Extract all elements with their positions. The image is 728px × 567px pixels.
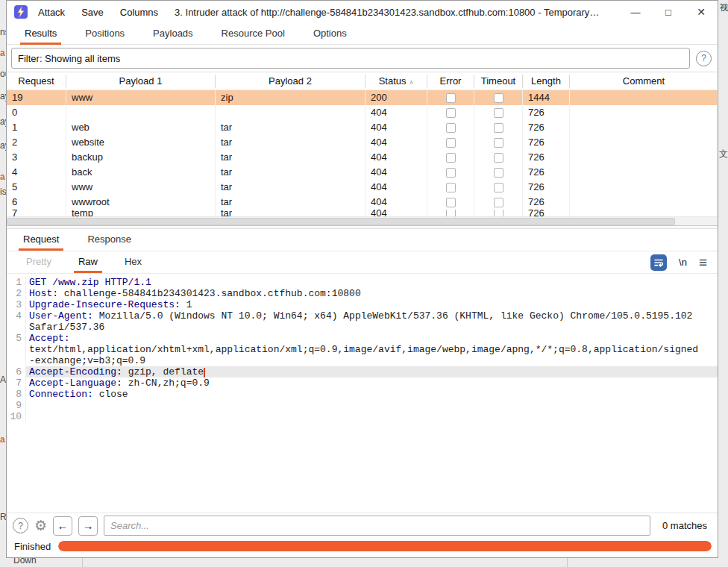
table-row[interactable]: 5wwwtar404726 <box>7 180 718 195</box>
error-checkbox-cell <box>427 165 474 180</box>
cell-comment <box>570 105 718 120</box>
cell-length: 726 <box>523 135 570 150</box>
burp-attack-icon <box>14 5 28 19</box>
cell-payload1: back <box>66 165 216 180</box>
header-value: GET /www.zip HTTP/1.1 <box>29 277 151 288</box>
table-row[interactable]: 4backtar404726 <box>7 165 718 180</box>
error-checkbox[interactable] <box>446 210 456 216</box>
error-checkbox[interactable] <box>446 123 456 133</box>
table-header: Request Payload 1 Payload 2 Status∧ Erro… <box>7 72 718 90</box>
previous-match-button[interactable]: ← <box>53 516 72 536</box>
cell-request: 2 <box>7 135 66 150</box>
table-row[interactable]: 7temptar404726 <box>7 210 718 216</box>
table-row[interactable]: 6wwwroottar404726 <box>7 195 718 210</box>
timeout-checkbox[interactable] <box>494 138 503 148</box>
timeout-checkbox[interactable] <box>494 108 503 118</box>
tab-raw[interactable]: Raw <box>77 251 99 273</box>
next-match-button[interactable]: → <box>78 516 98 536</box>
column-header-timeout[interactable]: Timeout <box>474 75 523 88</box>
newline-toggle[interactable]: \n <box>679 257 687 268</box>
desktop: nsaouayayayaisAcaRDown视文 Attack Save Col… <box>0 0 728 567</box>
background-text-fragment: a <box>0 48 5 58</box>
timeout-checkbox[interactable] <box>494 183 503 192</box>
status-label: Status <box>379 75 407 87</box>
tab-request[interactable]: Request <box>22 229 60 251</box>
table-row[interactable]: 1webtar404726 <box>7 120 718 135</box>
column-header-length[interactable]: Length <box>523 75 570 88</box>
scrollbar-thumb[interactable] <box>7 218 675 225</box>
search-bar: ? ⚙ ← → 0 matches <box>7 513 718 538</box>
code-line-text <box>29 400 699 411</box>
table-row[interactable]: 3backuptar404726 <box>7 150 718 165</box>
cell-comment <box>570 195 718 210</box>
timeout-checkbox[interactable] <box>494 198 503 207</box>
word-wrap-icon[interactable] <box>650 254 667 271</box>
line-number: 5 <box>7 333 26 366</box>
filter-bar[interactable]: Filter: Showing all items <box>11 48 690 69</box>
cell-payload2: tar <box>216 195 365 210</box>
menu-attack[interactable]: Attack <box>38 7 65 18</box>
code-line: 1GET /www.zip HTTP/1.1 <box>7 277 718 288</box>
tab-hex[interactable]: Hex <box>123 251 143 273</box>
editor-menu-icon[interactable]: ≡ <box>699 255 707 269</box>
line-number: 1 <box>7 277 26 288</box>
header-value: Mozilla/5.0 (Windows NT 10.0; Win64; x64… <box>29 310 698 333</box>
code-line-body: Upgrade-Insecure-Requests: 1 <box>26 299 718 310</box>
error-checkbox[interactable] <box>446 198 456 207</box>
column-header-error[interactable]: Error <box>427 75 474 88</box>
maximize-button[interactable]: □ <box>652 7 685 18</box>
cell-comment <box>570 150 718 165</box>
menu-columns[interactable]: Columns <box>120 7 158 18</box>
error-checkbox[interactable] <box>446 153 456 163</box>
tab-options[interactable]: Options <box>312 23 348 45</box>
status-bar: Finished <box>7 538 718 557</box>
column-header-status[interactable]: Status∧ <box>365 75 427 88</box>
main-tab-bar: Results Positions Payloads Resource Pool… <box>7 23 718 45</box>
timeout-checkbox[interactable] <box>494 168 503 178</box>
search-input[interactable] <box>104 516 650 536</box>
error-checkbox[interactable] <box>446 183 456 192</box>
tab-payloads[interactable]: Payloads <box>151 23 194 45</box>
table-row[interactable]: 19wwwzip2001444 <box>7 90 718 105</box>
line-number: 2 <box>7 288 26 299</box>
code-line: 8Connection: close <box>7 389 718 400</box>
help-icon[interactable]: ? <box>696 51 712 66</box>
tab-response[interactable]: Response <box>86 229 133 251</box>
column-header-payload2[interactable]: Payload 2 <box>216 75 365 88</box>
cell-status: 200 <box>365 90 427 105</box>
tab-results[interactable]: Results <box>23 23 58 45</box>
cell-request: 3 <box>7 150 66 165</box>
tab-resource-pool[interactable]: Resource Pool <box>220 23 286 45</box>
column-header-request[interactable]: Request <box>7 75 66 88</box>
timeout-checkbox[interactable] <box>494 123 503 133</box>
cell-request: 5 <box>7 180 66 195</box>
table-row[interactable]: 2websitetar404726 <box>7 135 718 150</box>
cell-payload1: www <box>66 180 216 195</box>
menu-save[interactable]: Save <box>81 7 104 18</box>
cell-comment <box>570 210 718 216</box>
timeout-checkbox-cell <box>474 210 523 216</box>
search-help-icon[interactable]: ? <box>13 518 28 533</box>
code-line-body: GET /www.zip HTTP/1.1 <box>26 277 718 288</box>
column-header-payload1[interactable]: Payload 1 <box>66 75 216 88</box>
column-header-comment[interactable]: Comment <box>570 75 718 88</box>
tab-positions[interactable]: Positions <box>84 23 126 45</box>
timeout-checkbox[interactable] <box>494 153 503 163</box>
error-checkbox[interactable] <box>446 93 456 103</box>
error-checkbox[interactable] <box>446 168 456 178</box>
header-value: zh-CN,zh;q=0.9 <box>122 378 210 389</box>
line-number: 3 <box>7 299 26 310</box>
error-checkbox[interactable] <box>446 108 456 118</box>
timeout-checkbox[interactable] <box>494 93 503 103</box>
code-line-body: Accept-Encoding: gzip, deflate <box>26 366 718 378</box>
minimize-button[interactable]: — <box>619 7 652 18</box>
code-line: 7Accept-Language: zh-CN,zh;q=0.9 <box>7 378 718 389</box>
timeout-checkbox[interactable] <box>494 210 503 216</box>
close-button[interactable]: ✕ <box>685 6 718 18</box>
tab-pretty[interactable]: Pretty <box>25 251 53 273</box>
table-row[interactable]: 0404726 <box>7 105 718 120</box>
gear-icon[interactable]: ⚙ <box>34 519 47 533</box>
request-editor[interactable]: 1GET /www.zip HTTP/1.12Host: challenge-5… <box>7 274 718 513</box>
error-checkbox[interactable] <box>446 138 456 148</box>
horizontal-scrollbar[interactable] <box>7 216 718 225</box>
